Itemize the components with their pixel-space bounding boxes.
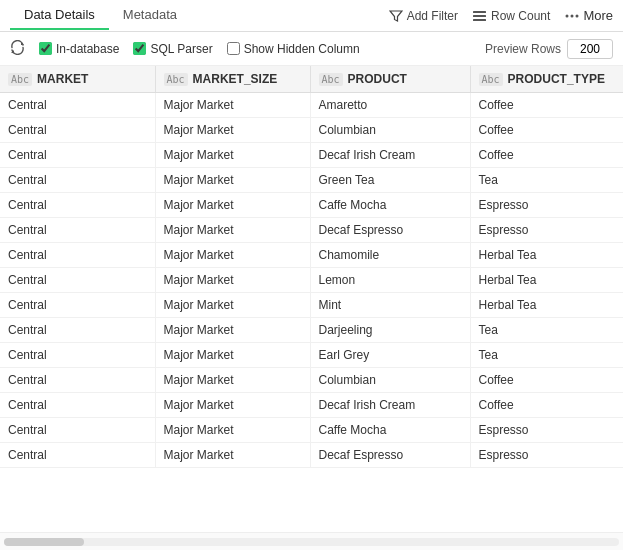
cell-market: Central: [0, 168, 155, 193]
cell-product: Darjeeling: [310, 318, 470, 343]
table-row: CentralMajor MarketMintHerbal Tea: [0, 293, 623, 318]
tab-group: Data Details Metadata: [10, 1, 191, 30]
cell-market: Central: [0, 193, 155, 218]
cell-market: Central: [0, 318, 155, 343]
table-row: CentralMajor MarketColumbianCoffee: [0, 118, 623, 143]
cell-product_type: Coffee: [470, 368, 623, 393]
cell-market: Central: [0, 293, 155, 318]
table-row: CentralMajor MarketColumbianCoffee: [0, 368, 623, 393]
refresh-button[interactable]: [10, 40, 25, 58]
sql-parser-input[interactable]: [133, 42, 146, 55]
tab-data-details[interactable]: Data Details: [10, 1, 109, 30]
cell-market: Central: [0, 343, 155, 368]
table-row: CentralMajor MarketLemonHerbal Tea: [0, 268, 623, 293]
cell-market_size: Major Market: [155, 443, 310, 468]
cell-market_size: Major Market: [155, 268, 310, 293]
cell-product_type: Espresso: [470, 418, 623, 443]
sql-parser-checkbox[interactable]: SQL Parser: [133, 42, 212, 56]
product-type-type-icon: Abc: [479, 73, 503, 86]
filter-bar: In-database SQL Parser Show Hidden Colum…: [0, 32, 623, 66]
table-row: CentralMajor MarketCaffe MochaEspresso: [0, 193, 623, 218]
table-row: CentralMajor MarketEarl GreyTea: [0, 343, 623, 368]
svg-point-4: [571, 14, 574, 17]
in-database-checkbox[interactable]: In-database: [39, 42, 119, 56]
cell-product_type: Tea: [470, 318, 623, 343]
cell-product_type: Coffee: [470, 143, 623, 168]
more-dots-icon: [564, 9, 580, 23]
show-hidden-label: Show Hidden Column: [244, 42, 360, 56]
cell-market_size: Major Market: [155, 368, 310, 393]
col-header-market-size: Abc MARKET_SIZE: [155, 66, 310, 93]
show-hidden-input[interactable]: [227, 42, 240, 55]
cell-market: Central: [0, 443, 155, 468]
cell-market: Central: [0, 118, 155, 143]
row-count-button[interactable]: Row Count: [472, 9, 550, 23]
cell-product: Lemon: [310, 268, 470, 293]
cell-market: Central: [0, 243, 155, 268]
cell-market_size: Major Market: [155, 243, 310, 268]
cell-market: Central: [0, 143, 155, 168]
data-table-container[interactable]: Abc MARKET Abc MARKET_SIZE Abc PRODUCT: [0, 66, 623, 532]
add-filter-label: Add Filter: [407, 9, 458, 23]
svg-rect-0: [473, 11, 486, 13]
data-table: Abc MARKET Abc MARKET_SIZE Abc PRODUCT: [0, 66, 623, 468]
show-hidden-checkbox[interactable]: Show Hidden Column: [227, 42, 360, 56]
cell-product_type: Coffee: [470, 393, 623, 418]
svg-rect-2: [473, 19, 486, 21]
more-button[interactable]: More: [564, 8, 613, 23]
table-row: CentralMajor MarketDarjeelingTea: [0, 318, 623, 343]
cell-product: Decaf Irish Cream: [310, 393, 470, 418]
preview-rows-input[interactable]: [567, 39, 613, 59]
table-row: CentralMajor MarketChamomileHerbal Tea: [0, 243, 623, 268]
preview-rows-group: Preview Rows: [485, 39, 613, 59]
table-row: CentralMajor MarketCaffe MochaEspresso: [0, 418, 623, 443]
cell-product: Decaf Espresso: [310, 443, 470, 468]
cell-product_type: Espresso: [470, 193, 623, 218]
row-count-icon: [472, 9, 487, 23]
tab-bar: Data Details Metadata Add Filter Row Cou…: [0, 0, 623, 32]
cell-market: Central: [0, 93, 155, 118]
cell-market_size: Major Market: [155, 93, 310, 118]
in-database-label: In-database: [56, 42, 119, 56]
cell-product_type: Espresso: [470, 443, 623, 468]
cell-market_size: Major Market: [155, 418, 310, 443]
cell-market_size: Major Market: [155, 293, 310, 318]
cell-market_size: Major Market: [155, 318, 310, 343]
preview-rows-label: Preview Rows: [485, 42, 561, 56]
filter-icon: [389, 9, 403, 23]
cell-market_size: Major Market: [155, 218, 310, 243]
svg-point-3: [566, 14, 569, 17]
col-header-product-type: Abc PRODUCT_TYPE: [470, 66, 623, 93]
table-row: CentralMajor MarketAmarettoCoffee: [0, 93, 623, 118]
h-scrollbar-thumb[interactable]: [4, 538, 84, 546]
cell-product: Chamomile: [310, 243, 470, 268]
in-database-input[interactable]: [39, 42, 52, 55]
cell-market: Central: [0, 418, 155, 443]
col-header-market-label: MARKET: [37, 72, 88, 86]
col-header-product-label: PRODUCT: [348, 72, 407, 86]
cell-market_size: Major Market: [155, 393, 310, 418]
horizontal-scrollbar-area: [0, 532, 623, 550]
table-body: CentralMajor MarketAmarettoCoffeeCentral…: [0, 93, 623, 468]
table-header-row: Abc MARKET Abc MARKET_SIZE Abc PRODUCT: [0, 66, 623, 93]
table-row: CentralMajor MarketGreen TeaTea: [0, 168, 623, 193]
col-header-market-size-label: MARKET_SIZE: [193, 72, 278, 86]
h-scrollbar-track[interactable]: [4, 538, 619, 546]
col-header-product: Abc PRODUCT: [310, 66, 470, 93]
cell-product_type: Coffee: [470, 118, 623, 143]
cell-product: Decaf Irish Cream: [310, 143, 470, 168]
table-row: CentralMajor MarketDecaf Irish CreamCoff…: [0, 393, 623, 418]
cell-product_type: Tea: [470, 168, 623, 193]
add-filter-button[interactable]: Add Filter: [389, 9, 458, 23]
cell-product_type: Herbal Tea: [470, 268, 623, 293]
table-row: CentralMajor MarketDecaf EspressoEspress…: [0, 218, 623, 243]
svg-point-5: [576, 14, 579, 17]
cell-product: Earl Grey: [310, 343, 470, 368]
cell-market: Central: [0, 393, 155, 418]
cell-market_size: Major Market: [155, 193, 310, 218]
cell-product: Amaretto: [310, 93, 470, 118]
cell-market: Central: [0, 218, 155, 243]
tab-metadata[interactable]: Metadata: [109, 1, 191, 30]
cell-market: Central: [0, 368, 155, 393]
cell-product: Decaf Espresso: [310, 218, 470, 243]
